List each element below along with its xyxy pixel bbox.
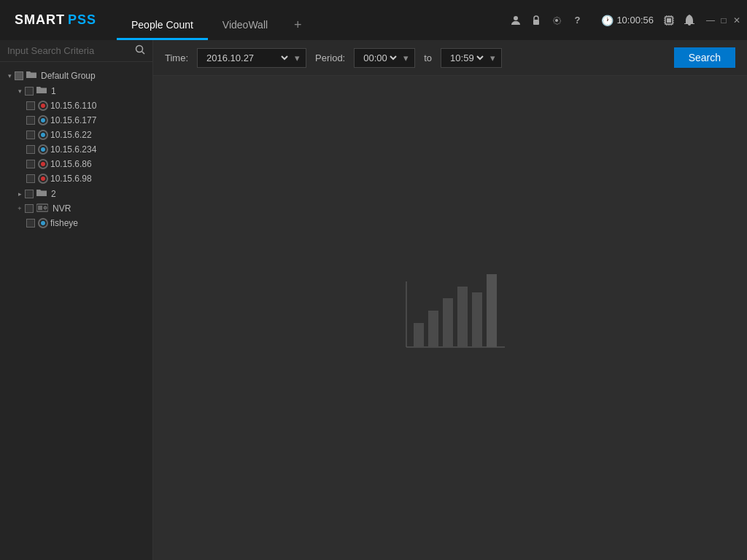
expander-icon: ▸ <box>15 189 25 199</box>
expander-icon: + <box>15 203 25 214</box>
cam-status-icon <box>38 115 48 125</box>
folder-icon <box>36 85 47 96</box>
tree-item-cam-234[interactable]: 10.15.6.234 <box>0 142 152 157</box>
tab-add-button[interactable]: + <box>282 12 314 40</box>
user-icon[interactable] <box>508 12 524 28</box>
minimize-button[interactable]: — <box>705 15 716 26</box>
svg-line-17 <box>142 52 145 55</box>
svg-rect-29 <box>487 274 497 347</box>
folder-icon <box>26 70 36 81</box>
svg-rect-19 <box>38 206 42 210</box>
search-icon[interactable] <box>135 44 145 57</box>
help-icon[interactable]: ? <box>569 12 585 28</box>
cam-status-icon <box>38 144 48 155</box>
window-controls: — □ ✕ <box>705 0 747 40</box>
expander-icon: ▾ <box>4 71 15 81</box>
tree-item-cam-177[interactable]: 10.15.6.177 <box>0 113 152 128</box>
sidebar: ▾ Default Group ▾ 1 <box>0 40 153 560</box>
period-end-select[interactable]: 10:59 <box>447 52 486 64</box>
clock-time: 10:00:56 <box>616 15 654 26</box>
gear-icon[interactable] <box>549 12 565 28</box>
svg-point-0 <box>514 16 518 20</box>
tree-label: fisheye <box>50 218 78 228</box>
logo-pss-text: PSS <box>68 12 96 28</box>
period-start-picker[interactable]: 00:00 ▾ <box>354 48 415 68</box>
expander-icon: ▾ <box>15 86 25 96</box>
cam-status-icon <box>38 130 48 140</box>
search-input[interactable] <box>7 45 131 56</box>
svg-rect-3 <box>667 18 671 23</box>
tree-checkbox[interactable] <box>26 219 35 228</box>
tab-people-count[interactable]: People Count <box>117 13 208 40</box>
svg-point-21 <box>44 207 46 209</box>
search-button[interactable]: Search <box>674 47 735 68</box>
cam-status-icon <box>38 218 48 228</box>
tree-checkbox[interactable] <box>26 174 35 183</box>
folder-icon <box>36 188 47 199</box>
nvr-icon <box>36 203 48 214</box>
dropdown-arrow-icon: ▾ <box>490 52 495 63</box>
tree-checkbox[interactable] <box>26 101 35 110</box>
tree-label: 10.15.6.98 <box>50 174 92 184</box>
logo-smart-text: SMART <box>15 12 65 28</box>
svg-rect-1 <box>533 20 539 25</box>
tree-label: Default Group <box>41 71 96 81</box>
svg-rect-27 <box>457 287 468 347</box>
tree-label: 10.15.6.86 <box>50 159 92 169</box>
lock-icon[interactable] <box>528 12 544 28</box>
tree-checkbox[interactable] <box>26 131 35 139</box>
tree-checkbox[interactable] <box>26 145 35 154</box>
svg-rect-25 <box>428 311 438 347</box>
svg-rect-24 <box>414 323 424 347</box>
tab-videowall[interactable]: VideoWall <box>208 13 282 40</box>
bar-chart <box>392 274 508 362</box>
tree-item-cam-110[interactable]: 10.15.6.110 <box>0 98 152 113</box>
app-logo: SMART PSS <box>0 0 117 40</box>
right-tray-icons <box>661 0 705 40</box>
tree-checkbox[interactable] <box>26 160 35 168</box>
tree-item-group-1[interactable]: ▾ 1 <box>0 83 152 98</box>
period-label: Period: <box>315 52 345 63</box>
dropdown-arrow-icon: ▾ <box>295 52 300 63</box>
tree-item-default-group[interactable]: ▾ Default Group <box>0 68 152 83</box>
clock-icon: 🕐 <box>601 15 614 26</box>
close-button[interactable]: ✕ <box>731 15 743 26</box>
tree-label: 10.15.6.22 <box>50 130 92 140</box>
tree-label: 1 <box>51 86 56 96</box>
clock-display: 🕐 10:00:56 <box>594 0 661 40</box>
system-tray: ? <box>499 0 594 40</box>
tree-checkbox[interactable] <box>25 87 34 96</box>
cam-status-icon <box>38 101 48 111</box>
tree-checkbox[interactable] <box>25 204 34 213</box>
chip-icon[interactable] <box>661 12 677 28</box>
tree-checkbox[interactable] <box>15 71 23 80</box>
tree-item-cam-98[interactable]: 10.15.6.98 <box>0 171 152 186</box>
tree-checkbox[interactable] <box>25 190 34 198</box>
tree-label: NVR <box>53 203 71 214</box>
time-label: Time: <box>165 52 188 63</box>
tree-item-group-2[interactable]: ▸ 2 <box>0 186 152 201</box>
toolbar: Time: 2016.10.27 ▾ Period: 00:00 ▾ to 10… <box>153 40 747 76</box>
period-end-picker[interactable]: 10:59 ▾ <box>441 48 502 68</box>
tree-item-cam-22[interactable]: 10.15.6.22 <box>0 128 152 142</box>
svg-rect-26 <box>443 298 453 347</box>
tree-checkbox[interactable] <box>26 116 35 125</box>
tree-label: 10.15.6.110 <box>50 101 96 111</box>
tree-item-nvr[interactable]: + NVR <box>0 201 152 216</box>
device-tree: ▾ Default Group ▾ 1 <box>0 62 152 560</box>
chart-area <box>153 76 747 560</box>
cam-status-icon <box>38 159 48 169</box>
tree-item-fisheye[interactable]: fisheye <box>0 216 152 230</box>
main-area: ▾ Default Group ▾ 1 <box>0 40 747 560</box>
bell-icon[interactable] <box>681 12 697 28</box>
maximize-button[interactable]: □ <box>718 15 729 26</box>
svg-point-16 <box>136 46 143 52</box>
period-start-select[interactable]: 00:00 <box>360 52 399 64</box>
date-picker[interactable]: 2016.10.27 ▾ <box>197 48 306 68</box>
search-bar <box>0 40 152 62</box>
dropdown-arrow-icon: ▾ <box>403 52 409 63</box>
tree-item-cam-86[interactable]: 10.15.6.86 <box>0 157 152 171</box>
date-select-input[interactable]: 2016.10.27 <box>204 52 290 64</box>
tree-label: 10.15.6.177 <box>50 115 96 125</box>
tab-bar: People Count VideoWall + <box>117 0 499 40</box>
